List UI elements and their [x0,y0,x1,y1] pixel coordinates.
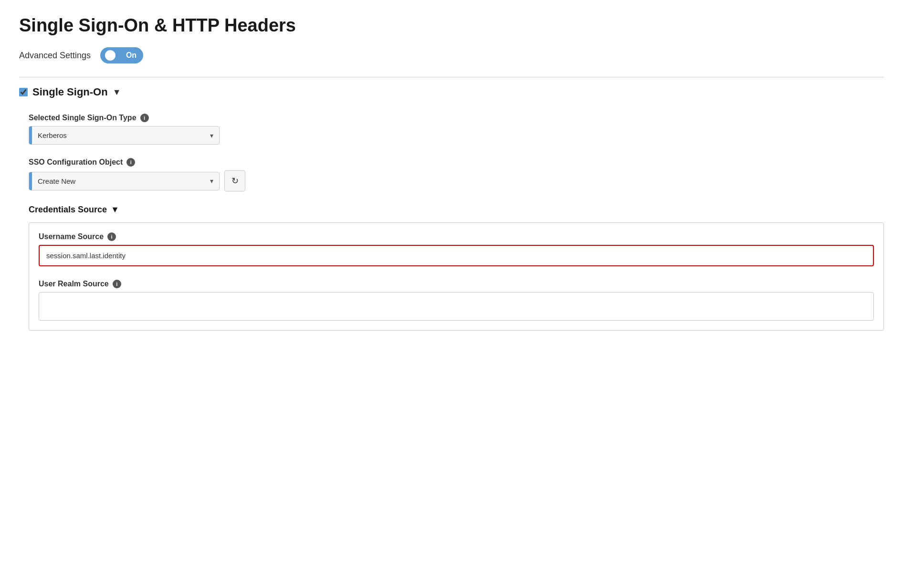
sso-form-section: Selected Single Sign-On Type i Kerberos … [19,114,884,331]
sso-type-group: Selected Single Sign-On Type i Kerberos … [29,114,884,145]
username-source-group: Username Source i [39,232,874,266]
username-source-info-icon[interactable]: i [107,232,116,241]
username-source-input[interactable] [39,245,874,266]
sso-config-select[interactable]: Create New [32,172,204,190]
credentials-title: Credentials Source [29,205,107,215]
sso-type-label: Selected Single Sign-On Type i [29,114,884,122]
sso-chevron-icon[interactable]: ▼ [113,87,121,97]
sso-section-header: Single Sign-On ▼ [19,77,884,98]
advanced-settings-row: Advanced Settings On [19,47,884,63]
credentials-chevron-icon[interactable]: ▼ [111,205,119,215]
sso-section-title: Single Sign-On [32,86,108,98]
sso-config-label: SSO Configuration Object i [29,158,884,167]
page-title: Single Sign-On & HTTP Headers [19,15,884,36]
user-realm-source-group: User Realm Source i [39,280,874,321]
credentials-box: Username Source i User Realm Source i [29,222,884,331]
sso-config-label-text: SSO Configuration Object [29,158,123,167]
credentials-section: Credentials Source ▼ Username Source i U… [29,205,884,331]
sso-config-chevron-icon: ▾ [204,172,219,190]
sso-type-select[interactable]: Kerberos SAML NTLM [32,126,204,144]
advanced-settings-toggle[interactable]: On [100,47,143,63]
sso-config-select-wrapper: Create New ▾ ↻ [29,170,884,191]
user-realm-source-label: User Realm Source i [39,280,874,288]
sso-type-label-text: Selected Single Sign-On Type [29,114,136,122]
user-realm-source-input[interactable] [39,292,874,321]
sso-config-refresh-button[interactable]: ↻ [224,170,245,191]
toggle-circle [105,50,116,61]
sso-config-select-container: Create New ▾ [29,172,220,190]
sso-checkbox[interactable] [19,88,28,96]
sso-type-info-icon[interactable]: i [140,114,149,122]
user-realm-source-info-icon[interactable]: i [113,280,121,288]
advanced-settings-label: Advanced Settings [19,51,91,61]
credentials-header: Credentials Source ▼ [29,205,884,215]
sso-config-info-icon[interactable]: i [126,158,135,167]
username-source-label-text: Username Source [39,232,104,241]
sso-type-select-wrapper: Kerberos SAML NTLM ▾ [29,126,220,145]
toggle-label: On [126,51,136,60]
sso-config-group: SSO Configuration Object i Create New ▾ … [29,158,884,191]
username-source-label: Username Source i [39,232,874,241]
sso-type-chevron-icon: ▾ [204,126,219,144]
user-realm-source-label-text: User Realm Source [39,280,109,288]
